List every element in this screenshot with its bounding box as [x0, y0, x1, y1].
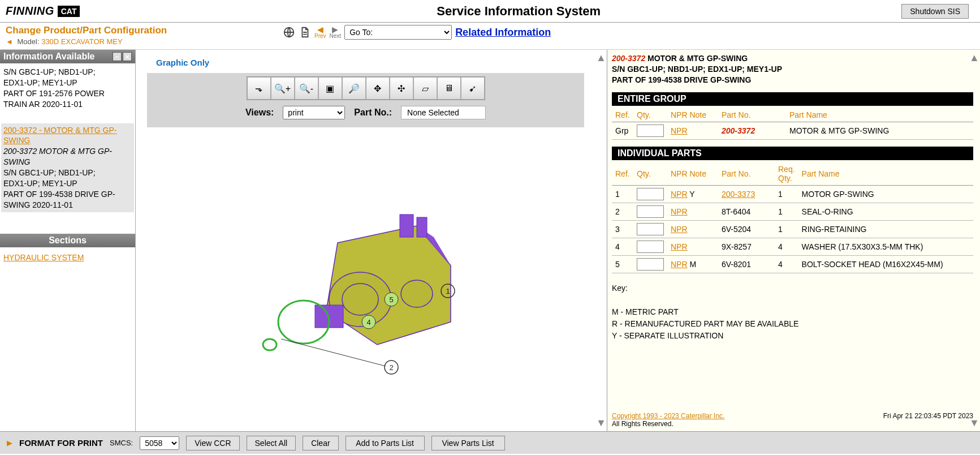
cell-reqqty: 1	[775, 220, 798, 238]
change-config-link[interactable]: Change Product/Part Configuration	[6, 25, 167, 36]
clear-button[interactable]: Clear	[303, 436, 338, 450]
sub-right: ◀ Prev ▶ Next Go To: Related Information	[283, 25, 551, 40]
right-scrollbar[interactable]: ▲ ▼	[969, 50, 980, 431]
logo-block: FINNING CAT	[0, 5, 136, 18]
grp-qty-input[interactable]	[637, 125, 664, 137]
model-label: Model:	[18, 37, 40, 46]
th2-npr: NPR Note	[667, 162, 718, 186]
tool-pointer-icon[interactable]: ➹	[461, 77, 485, 100]
right-header-name: MOTOR & MTG GP-SWING	[647, 54, 748, 63]
grp-pn: 200-3372	[722, 126, 755, 135]
th-ref: Ref.	[612, 108, 633, 122]
tool-expand-icon[interactable]: ✥	[366, 77, 390, 100]
npr-link[interactable]: NPR	[671, 260, 688, 269]
tool-move-icon[interactable]: ✣	[390, 77, 413, 100]
svg-point-6	[401, 280, 433, 307]
info-block1-l2: EDX1-UP; MEY1-UP	[3, 78, 132, 88]
entire-group-header: ENTIRE GROUP	[612, 92, 973, 106]
svg-text:5: 5	[389, 295, 393, 304]
globe-icon[interactable]	[283, 26, 295, 38]
th2-qty: Qty.	[633, 162, 667, 186]
key-y: Y - SEPARATE ILLUSTRATION	[612, 330, 973, 342]
right-scroll-up-icon[interactable]: ▲	[969, 52, 979, 64]
tool-zoom-fit-icon[interactable]: 🔎	[342, 77, 366, 100]
info-body[interactable]: S/N GBC1-UP; NBD1-UP; EDX1-UP; MEY1-UP P…	[0, 63, 135, 234]
th2-pname: Part Name	[798, 162, 973, 186]
npr-link[interactable]: NPR	[671, 207, 688, 216]
shutdown-button[interactable]: Shutdown SIS	[901, 4, 969, 19]
info-block2-l4: PART OF 199-4538 DRIVE GP-SWING 2020-11-…	[3, 189, 132, 211]
close-icon[interactable]: ✕	[123, 52, 132, 61]
section-link-hydraulic[interactable]: HYDRAULIC SYSTEM	[3, 253, 84, 262]
graphic-only-link[interactable]: Graphic Only	[156, 58, 584, 67]
related-info-link[interactable]: Related Information	[455, 27, 551, 38]
svg-text:4: 4	[366, 318, 370, 327]
center-scrollbar[interactable]: ▲ ▼	[595, 50, 607, 431]
toolbar: ⬎ 🔍+ 🔍- ▣ 🔎 ✥ ✣ ▱ 🖥 ➹	[247, 76, 485, 100]
pn-link[interactable]: 200-3373	[722, 190, 755, 199]
minimize-icon[interactable]: –	[113, 52, 122, 61]
sub-left: Change Product/Part Configuration ◄ Mode…	[6, 25, 283, 46]
tool-eraser-icon[interactable]: ▱	[413, 77, 437, 100]
qty-input[interactable]	[637, 188, 664, 200]
cell-pname: RING-RETAINING	[798, 220, 973, 238]
graphic-area[interactable]: 5 4 1 2	[147, 127, 584, 426]
model-row: ◄ Model: 330D EXCAVATOR MEY	[6, 37, 283, 46]
tool-zoom-in-icon[interactable]: 🔍+	[271, 77, 295, 100]
smcs-label: SMCS:	[110, 439, 133, 447]
tool-rotate-icon[interactable]: ⬎	[247, 77, 271, 100]
add-to-parts-button[interactable]: Add to Parts List	[346, 436, 425, 450]
tool-zoom-out-icon[interactable]: 🔍-	[295, 77, 318, 100]
partno-value[interactable]: None Selected	[401, 106, 486, 119]
tool-monitor-icon[interactable]: 🖥	[437, 77, 461, 100]
cell-reqqty: 4	[775, 238, 798, 255]
svg-text:2: 2	[389, 363, 393, 372]
prev-button[interactable]: ◀ Prev	[314, 25, 326, 39]
qty-input[interactable]	[637, 223, 664, 235]
table-row: 2NPR 8T-64041SEAL-O-RING	[612, 203, 973, 220]
next-button[interactable]: ▶ Next	[330, 25, 342, 39]
th2-ref: Ref.	[612, 162, 633, 186]
npr-link[interactable]: NPR	[671, 242, 688, 251]
goto-select[interactable]: Go To:	[344, 25, 452, 40]
copyright-link[interactable]: Copyright 1993 - 2023 Caterpillar Inc.	[612, 412, 724, 420]
scroll-down-icon[interactable]: ▼	[596, 417, 606, 429]
th2-reqqty: Req. Qty.	[775, 162, 798, 186]
view-ccr-button[interactable]: View CCR	[186, 436, 239, 450]
timestamp: Fri Apr 21 22:03:45 PDT 2023	[883, 412, 973, 428]
npr-link[interactable]: NPR	[671, 225, 688, 234]
qty-input[interactable]	[637, 258, 664, 271]
info-block-link[interactable]: 200-3372 - MOTOR & MTG GP-SWING	[3, 126, 116, 145]
pn-text: 9X-8257	[722, 242, 752, 251]
info-block-selected[interactable]: 200-3372 - MOTOR & MTG GP-SWING 200-3372…	[1, 123, 134, 212]
tool-zoom-region-icon[interactable]: ▣	[318, 77, 342, 100]
cell-ref: 1	[612, 185, 633, 203]
cell-reqqty: 1	[775, 203, 798, 220]
document-icon[interactable]	[299, 26, 311, 38]
grp-pname: MOTOR & MTG GP-SWING	[786, 122, 973, 139]
qty-input[interactable]	[637, 241, 664, 253]
pn-text: 6V-5204	[722, 225, 751, 234]
select-all-button[interactable]: Select All	[247, 436, 296, 450]
view-parts-list-button[interactable]: View Parts List	[431, 436, 505, 450]
views-select[interactable]: print	[283, 106, 345, 119]
info-header-text: Information Available	[3, 51, 95, 62]
cell-ref: 3	[612, 220, 633, 238]
npr-note: Y	[689, 190, 694, 199]
sections-body: HYDRAULIC SYSTEM	[0, 247, 135, 268]
scroll-up-icon[interactable]: ▲	[596, 52, 606, 64]
right-pane: 200-3372 MOTOR & MTG GP-SWING S/N GBC1-U…	[607, 50, 980, 431]
key-r: R - REMANUFACTURED PART MAY BE AVAILABLE	[612, 318, 973, 330]
grp-npr-link[interactable]: NPR	[671, 126, 688, 135]
cat-logo: CAT	[58, 6, 80, 17]
back-arrow-icon[interactable]: ◄	[6, 37, 13, 46]
npr-link[interactable]: NPR	[671, 190, 688, 199]
info-block1-l3: PART OF 191-2576 POWER	[3, 88, 132, 99]
cell-ref: 2	[612, 203, 633, 220]
page-title: Service Information System	[437, 4, 601, 18]
smcs-select[interactable]: 5058	[140, 436, 179, 450]
page-title-block: Service Information System	[136, 4, 901, 19]
right-scroll-down-icon[interactable]: ▼	[969, 417, 979, 429]
qty-input[interactable]	[637, 205, 664, 218]
table-row: 1NPR Y200-33731MOTOR GP-SWING	[612, 185, 973, 203]
